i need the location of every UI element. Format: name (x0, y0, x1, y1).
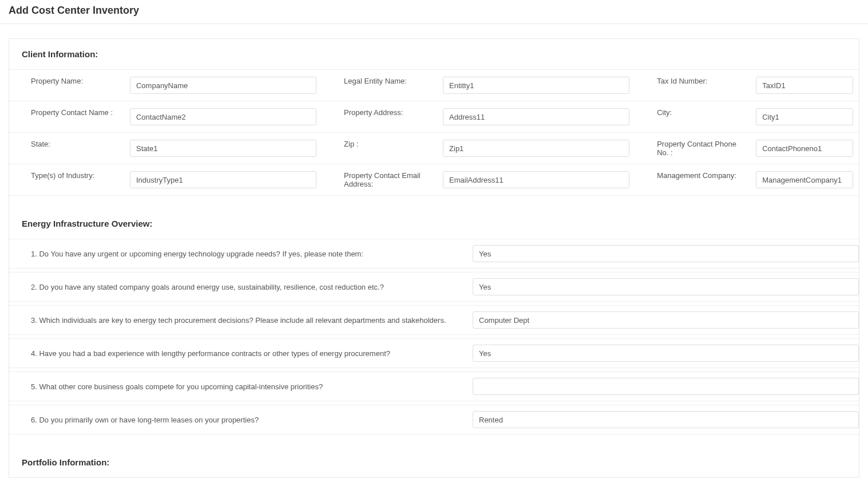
label-legal-entity: Legal Entity Name: (322, 70, 437, 101)
input-contact-name[interactable] (130, 108, 316, 125)
input-state[interactable] (130, 140, 316, 157)
label-contact-phone: Property Contact Phone No. : (635, 133, 750, 164)
answer-1[interactable] (473, 245, 859, 262)
input-industry-type[interactable] (130, 171, 316, 188)
client-info-table: Property Name: Legal Entity Name: Tax Id… (9, 69, 859, 196)
input-property-address[interactable] (443, 108, 629, 125)
input-mgmt-company[interactable] (756, 171, 853, 188)
label-property-name: Property Name: (9, 70, 124, 101)
question-5: 5. What other core business goals compet… (9, 372, 467, 401)
input-zip[interactable] (443, 140, 629, 157)
label-industry-type: Type(s) of Industry: (9, 164, 124, 196)
label-state: State: (9, 133, 124, 164)
question-3: 3. Which individuals are key to energy t… (9, 306, 467, 335)
section-header-energy-overview: Energy Infrastructure Overview: (9, 196, 859, 239)
question-4: 4. Have you had a bad experience with le… (9, 339, 467, 368)
label-contact-email: Property Contact Email Address: (322, 164, 437, 196)
input-legal-entity[interactable] (443, 77, 629, 94)
label-contact-name: Property Contact Name : (9, 101, 124, 133)
energy-overview-table: 1. Do You have any urgent or upcoming en… (9, 239, 859, 434)
label-city: City: (635, 101, 750, 133)
input-city[interactable] (756, 108, 853, 125)
label-mgmt-company: Management Company: (635, 164, 750, 196)
answer-5[interactable] (473, 378, 859, 395)
question-1: 1. Do You have any urgent or upcoming en… (9, 239, 467, 268)
input-property-name[interactable] (130, 77, 316, 94)
label-tax-id: Tax Id Number: (635, 70, 750, 101)
section-header-portfolio-info: Portfolio Information: (9, 434, 859, 477)
question-2: 2. Do you have any stated company goals … (9, 272, 467, 302)
answer-2[interactable] (473, 278, 859, 295)
panel-main: Client Information: Property Name: Legal… (9, 38, 859, 478)
input-tax-id[interactable] (756, 77, 853, 94)
page-title: Add Cost Center Inventory (0, 0, 868, 24)
answer-3[interactable] (473, 311, 859, 329)
label-property-address: Property Address: (322, 101, 437, 133)
section-header-client-info: Client Information: (9, 39, 859, 69)
answer-6[interactable] (473, 411, 859, 428)
input-contact-phone[interactable] (756, 140, 853, 157)
label-zip: Zip : (322, 133, 437, 164)
input-contact-email[interactable] (443, 171, 629, 188)
answer-4[interactable] (473, 345, 859, 362)
question-6: 6. Do you primarily own or have long-ter… (9, 405, 467, 434)
